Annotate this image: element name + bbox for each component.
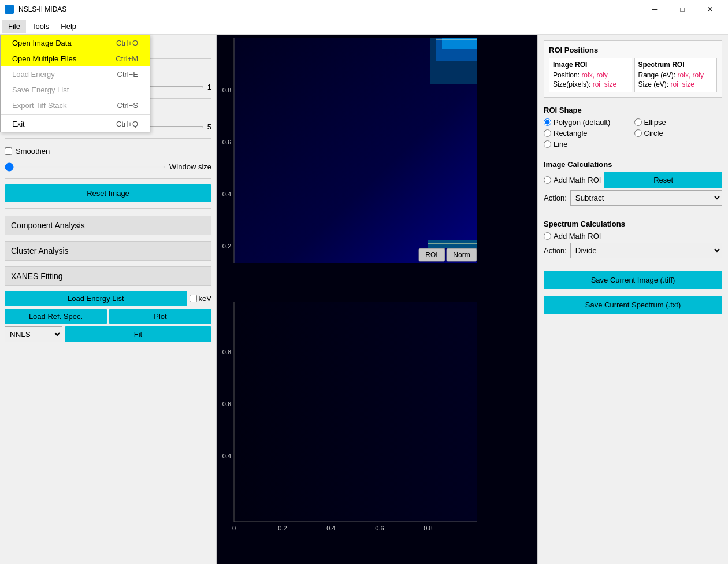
spectrum-roi-title: Spectrum ROI — [638, 61, 714, 69]
line-radio[interactable] — [544, 140, 551, 148]
plot-button[interactable]: Plot — [109, 309, 211, 324]
spectrum-size-field: Size (eV): roi_size — [638, 80, 714, 88]
line-row: Line — [544, 140, 632, 149]
roi-grid: Image ROI Position: roix, roiy Size(pixe… — [549, 58, 717, 92]
component-analysis-header[interactable]: Component Analysis — [5, 216, 211, 235]
image-position-value: roix, roiy — [581, 71, 607, 79]
spectrum-calc-row1: Add Math ROI — [544, 232, 722, 240]
spectrum-calc-action-row: Action: Divide Subtract Add Multiply — [544, 243, 722, 258]
svg-text:ROI: ROI — [425, 251, 437, 259]
action-label-spec: Action: — [544, 246, 567, 255]
menu-file[interactable]: File — [2, 20, 26, 33]
circle-row: Circle — [634, 129, 723, 138]
circle-radio[interactable] — [634, 129, 642, 137]
smoothen-label: Smoothen — [16, 147, 50, 155]
save-current-image-button[interactable]: Save Current Image (.tiff) — [544, 271, 722, 289]
menu-open-multiple-files[interactable]: Open Multiple Files Ctrl+M — [1, 51, 150, 66]
bottom-image-area: 0.8 0.6 0.4 0 0.2 0.4 0.6 0.8 — [217, 299, 537, 564]
image-roi-title: Image ROI — [553, 61, 628, 69]
rectangle-row: Rectangle — [544, 129, 632, 138]
spectrum-range-field: Range (eV): roix, roiy — [638, 71, 714, 79]
window-size-slider[interactable] — [5, 166, 166, 168]
roi-shape-title: ROI Shape — [544, 106, 722, 114]
roi-shape-grid: Polygon (default) Ellipse Rectangle Circ… — [544, 118, 722, 149]
menu-exit[interactable]: Exit Ctrl+Q — [1, 116, 150, 132]
svg-text:Norm: Norm — [453, 251, 470, 259]
reset-calc-button[interactable]: Reset — [604, 172, 722, 188]
smoothen-checkbox[interactable] — [5, 147, 12, 155]
menu-tools[interactable]: Tools — [26, 20, 55, 33]
action-label-img: Action: — [544, 194, 567, 202]
add-math-roi-radio-img[interactable] — [544, 176, 551, 184]
outliers-value: 1 — [207, 83, 211, 91]
svg-text:0.8: 0.8 — [222, 87, 231, 94]
spectrum-roi-box: Spectrum ROI Range (eV): roix, roiy Size… — [634, 58, 718, 92]
svg-text:0.2: 0.2 — [278, 525, 287, 532]
window-size-row: Window size — [5, 161, 211, 172]
spectrum-calculations-section: Spectrum Calculations Add Math ROI Actio… — [544, 216, 722, 264]
kev-checkbox[interactable] — [190, 295, 197, 302]
kev-row: keV — [190, 294, 211, 303]
xanes-section: Load Energy List keV Load Ref. Spec. Plo… — [5, 291, 211, 342]
top-image-area: 0.8 0.6 0.4 0.2 ROI Norm — [217, 35, 537, 299]
menu-load-energy: Load Energy Ctrl+E — [1, 66, 150, 82]
maximize-button[interactable]: □ — [669, 0, 696, 18]
circle-label: Circle — [644, 129, 663, 138]
image-calculations-section: Image Calculations Add Math ROI Reset Ac… — [544, 157, 722, 212]
svg-text:0.4: 0.4 — [222, 452, 231, 459]
add-math-roi-label-img: Add Math ROI — [554, 176, 601, 184]
svg-text:0.6: 0.6 — [222, 400, 231, 407]
spectrum-calc-title: Spectrum Calculations — [544, 220, 722, 228]
window-controls: ─ □ ✕ — [641, 0, 723, 18]
image-calc-action-row: Action: Subtract Divide Add Multiply — [544, 190, 722, 206]
menu-help[interactable]: Help — [55, 20, 82, 33]
xanes-fitting-header[interactable]: XANES Fitting — [5, 266, 211, 286]
smoothen-row: Smoothen — [5, 144, 211, 158]
line-label: Line — [554, 140, 568, 149]
add-math-roi-radio-spec[interactable] — [544, 232, 551, 240]
load-ref-spec-button[interactable]: Load Ref. Spec. — [5, 309, 107, 324]
svg-text:0.6: 0.6 — [222, 139, 231, 146]
roi-positions-section: ROI Positions Image ROI Position: roix, … — [544, 40, 722, 98]
right-panel: ROI Positions Image ROI Position: roix, … — [537, 35, 728, 564]
nnls-select[interactable]: NNLS — [5, 326, 62, 342]
ellipse-radio[interactable] — [634, 118, 642, 126]
svg-text:0.6: 0.6 — [375, 525, 384, 532]
thresholding-value: 5 — [207, 123, 211, 131]
menu-open-image-data[interactable]: Open Image Data Ctrl+O — [1, 35, 150, 51]
app-icon — [5, 5, 14, 14]
polygon-row: Polygon (default) — [544, 118, 632, 127]
rectangle-label: Rectangle — [554, 129, 588, 138]
svg-text:0.4: 0.4 — [326, 525, 335, 532]
cluster-analysis-header[interactable]: Cluster Analysis — [5, 241, 211, 261]
image-roi-box: Image ROI Position: roix, roiy Size(pixe… — [549, 58, 632, 92]
fit-button[interactable]: Fit — [65, 326, 211, 342]
app-title: NSLS-II MIDAS — [18, 5, 66, 13]
menu-separator — [1, 114, 150, 115]
window-size-label: Window size — [169, 162, 211, 171]
save-current-spectrum-button[interactable]: Save Current Spectrum (.txt) — [544, 296, 722, 314]
roi-positions-title: ROI Positions — [549, 46, 717, 54]
image-action-select[interactable]: Subtract Divide Add Multiply — [570, 190, 722, 206]
svg-text:0.4: 0.4 — [222, 191, 231, 198]
spectrum-action-select[interactable]: Divide Subtract Add Multiply — [570, 243, 722, 258]
minimize-button[interactable]: ─ — [641, 0, 668, 18]
center-panel: 0.8 0.6 0.4 0.2 ROI Norm — [217, 35, 537, 564]
load-energy-list-button[interactable]: Load Energy List — [5, 291, 187, 306]
spectrum-size-value: roi_size — [671, 80, 694, 88]
svg-text:0.2: 0.2 — [222, 243, 231, 250]
image-calc-row1: Add Math ROI Reset — [544, 172, 722, 188]
ellipse-row: Ellipse — [634, 118, 723, 127]
image-size-value: roi_size — [593, 80, 616, 88]
menu-export-tiff: Export Tiff Stack Ctrl+S — [1, 98, 150, 113]
image-size-field: Size(pixels): roi_size — [553, 80, 628, 88]
title-bar: NSLS-II MIDAS ─ □ ✕ — [0, 0, 728, 18]
top-chart: 0.8 0.6 0.4 0.2 ROI Norm — [217, 35, 537, 299]
close-button[interactable]: ✕ — [697, 0, 723, 18]
menu-save-energy-list: Save Energy List — [1, 82, 150, 98]
roi-shape-section: ROI Shape Polygon (default) Ellipse Rect… — [544, 102, 722, 152]
rectangle-radio[interactable] — [544, 129, 551, 137]
reset-image-button[interactable]: Reset Image — [5, 184, 211, 202]
menu-bar: File Tools Help Open Image Data Ctrl+O O… — [0, 18, 728, 35]
polygon-radio[interactable] — [544, 118, 551, 126]
